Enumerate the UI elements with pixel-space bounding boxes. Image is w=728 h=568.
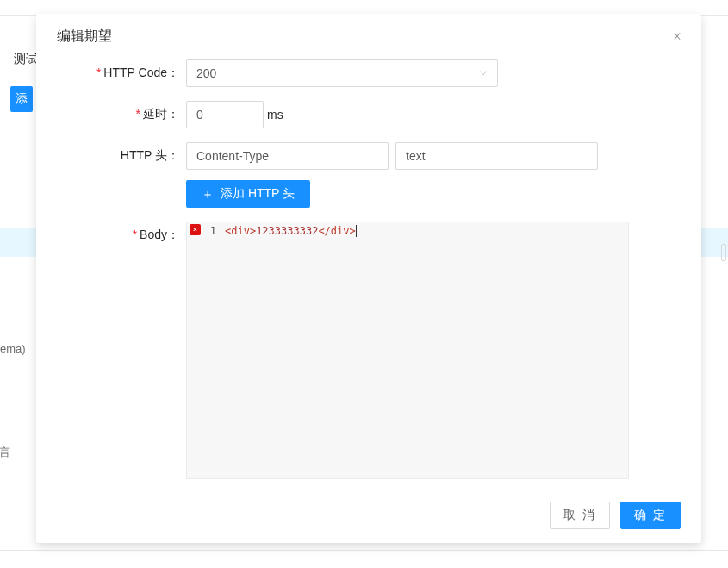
code-close-tag: </div> (318, 225, 355, 237)
bg-add-button[interactable]: 添 (10, 86, 33, 112)
code-text: 1233333332 (256, 225, 318, 237)
field-http-header: HTTP 头： ＋ 添加 HTTP 头 (57, 142, 681, 208)
editor-content[interactable]: <div>1233333332</div> (221, 222, 628, 478)
label-body: *Body： (57, 222, 186, 243)
http-code-value: 200 (196, 66, 216, 80)
body-code-editor[interactable]: × 1 <div>1233333332</div> (186, 222, 629, 479)
bg-side-control (721, 244, 726, 261)
cancel-button[interactable]: 取 消 (550, 502, 610, 529)
modal-footer: 取 消 确 定 (36, 490, 701, 543)
field-http-code: *HTTP Code： 200 (57, 59, 681, 87)
delay-unit: ms (264, 108, 283, 122)
editor-cursor (356, 225, 357, 237)
required-marker: * (96, 66, 101, 79)
modal-body: *HTTP Code： 200 *延时： ms (36, 59, 701, 490)
required-marker: * (136, 107, 140, 121)
add-http-header-label: 添加 HTTP 头 (221, 186, 295, 202)
label-http-code: *HTTP Code： (57, 59, 186, 81)
modal-header: 编辑期望 (36, 14, 701, 59)
label-http-header: HTTP 头： (57, 142, 186, 164)
code-open-tag: <div> (225, 225, 256, 237)
error-marker-icon: × (190, 224, 201, 235)
edit-expectation-modal: 编辑期望 *HTTP Code： 200 *延时： (36, 14, 701, 543)
http-header-value-input[interactable] (395, 142, 598, 170)
modal-title: 编辑期望 (57, 28, 681, 46)
editor-gutter: × 1 (187, 222, 221, 478)
bg-snippet-1: ema) (0, 342, 26, 355)
required-marker: * (133, 228, 137, 241)
add-http-header-button[interactable]: ＋ 添加 HTTP 头 (186, 180, 310, 208)
close-icon[interactable] (667, 26, 688, 47)
bg-snippet-2: 言 (0, 445, 10, 460)
plus-icon: ＋ (202, 188, 214, 200)
http-code-select[interactable]: 200 (186, 59, 498, 87)
chevron-down-icon (479, 69, 488, 78)
ok-button[interactable]: 确 定 (620, 502, 681, 529)
bg-page-title: 测试 (14, 52, 38, 67)
field-body: *Body： × 1 <div>1233333332</div> (57, 222, 681, 479)
label-delay: *延时： (57, 101, 186, 122)
field-delay: *延时： ms (57, 101, 681, 128)
bg-divider (0, 550, 728, 551)
delay-input[interactable] (186, 101, 264, 128)
http-header-key-input[interactable] (186, 142, 389, 170)
